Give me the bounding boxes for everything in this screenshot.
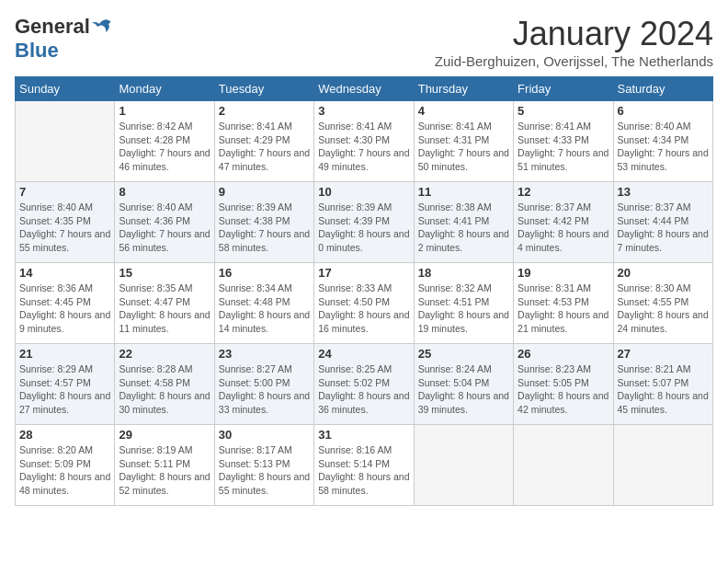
calendar-cell: 1Sunrise: 8:42 AMSunset: 4:28 PMDaylight…	[115, 101, 214, 182]
day-number: 2	[219, 104, 310, 118]
day-detail: Sunrise: 8:39 AMSunset: 4:39 PMDaylight:…	[318, 201, 409, 255]
day-number: 9	[219, 185, 310, 199]
calendar-cell: 31Sunrise: 8:16 AMSunset: 5:14 PMDayligh…	[314, 425, 414, 506]
calendar-cell: 18Sunrise: 8:32 AMSunset: 4:51 PMDayligh…	[414, 263, 513, 344]
calendar-cell: 20Sunrise: 8:30 AMSunset: 4:55 PMDayligh…	[613, 263, 712, 344]
day-detail: Sunrise: 8:34 AMSunset: 4:48 PMDaylight:…	[219, 282, 310, 336]
day-header-tuesday: Tuesday	[214, 77, 313, 101]
day-number: 4	[418, 104, 509, 118]
calendar-cell: 9Sunrise: 8:39 AMSunset: 4:38 PMDaylight…	[214, 182, 313, 263]
day-number: 5	[518, 104, 609, 118]
logo-general: General	[15, 15, 90, 39]
day-detail: Sunrise: 8:40 AMSunset: 4:36 PMDaylight:…	[119, 201, 210, 255]
day-number: 19	[518, 266, 609, 280]
day-number: 10	[318, 185, 409, 199]
calendar-week-row: 14Sunrise: 8:36 AMSunset: 4:45 PMDayligh…	[16, 263, 713, 344]
day-number: 13	[618, 185, 709, 199]
day-header-friday: Friday	[514, 77, 613, 101]
calendar-cell: 28Sunrise: 8:20 AMSunset: 5:09 PMDayligh…	[16, 425, 115, 506]
day-number: 23	[219, 347, 310, 361]
calendar-cell: 10Sunrise: 8:39 AMSunset: 4:39 PMDayligh…	[314, 182, 414, 263]
day-detail: Sunrise: 8:29 AMSunset: 4:57 PMDaylight:…	[19, 362, 110, 417]
day-number: 24	[318, 347, 409, 361]
day-number: 3	[318, 104, 409, 118]
day-number: 26	[518, 347, 609, 361]
day-detail: Sunrise: 8:37 AMSunset: 4:44 PMDaylight:…	[618, 201, 709, 255]
title-block: January 2024 Zuid-Berghuizen, Overijssel…	[435, 15, 713, 69]
day-number: 12	[518, 185, 609, 199]
day-header-wednesday: Wednesday	[314, 77, 414, 101]
day-header-sunday: Sunday	[16, 77, 115, 101]
calendar-cell: 30Sunrise: 8:17 AMSunset: 5:13 PMDayligh…	[214, 425, 313, 506]
calendar-cell: 29Sunrise: 8:19 AMSunset: 5:11 PMDayligh…	[115, 425, 214, 506]
calendar-cell	[414, 425, 513, 506]
day-detail: Sunrise: 8:25 AMSunset: 5:02 PMDaylight:…	[318, 362, 409, 417]
calendar-week-row: 7Sunrise: 8:40 AMSunset: 4:35 PMDaylight…	[16, 182, 713, 263]
calendar-cell: 3Sunrise: 8:41 AMSunset: 4:30 PMDaylight…	[314, 101, 414, 182]
calendar-cell: 26Sunrise: 8:23 AMSunset: 5:05 PMDayligh…	[514, 344, 613, 425]
calendar-cell: 4Sunrise: 8:41 AMSunset: 4:31 PMDaylight…	[414, 101, 513, 182]
calendar-cell	[514, 425, 613, 506]
calendar-week-row: 1Sunrise: 8:42 AMSunset: 4:28 PMDaylight…	[16, 101, 713, 182]
day-detail: Sunrise: 8:42 AMSunset: 4:28 PMDaylight:…	[119, 120, 210, 174]
day-number: 30	[219, 428, 310, 442]
day-detail: Sunrise: 8:27 AMSunset: 5:00 PMDaylight:…	[219, 362, 310, 417]
day-number: 25	[418, 347, 509, 361]
day-detail: Sunrise: 8:16 AMSunset: 5:14 PMDaylight:…	[318, 443, 409, 498]
calendar-cell: 17Sunrise: 8:33 AMSunset: 4:50 PMDayligh…	[314, 263, 414, 344]
day-detail: Sunrise: 8:31 AMSunset: 4:53 PMDaylight:…	[518, 282, 609, 336]
day-number: 16	[219, 266, 310, 280]
day-detail: Sunrise: 8:23 AMSunset: 5:05 PMDaylight:…	[518, 362, 609, 417]
calendar-table: SundayMondayTuesdayWednesdayThursdayFrid…	[15, 76, 713, 506]
day-detail: Sunrise: 8:33 AMSunset: 4:50 PMDaylight:…	[318, 282, 409, 336]
calendar-cell: 19Sunrise: 8:31 AMSunset: 4:53 PMDayligh…	[514, 263, 613, 344]
day-detail: Sunrise: 8:41 AMSunset: 4:30 PMDaylight:…	[318, 120, 409, 174]
day-detail: Sunrise: 8:41 AMSunset: 4:31 PMDaylight:…	[418, 120, 509, 174]
day-header-thursday: Thursday	[414, 77, 513, 101]
calendar-cell	[16, 101, 115, 182]
day-number: 7	[19, 185, 110, 199]
calendar-header-row: SundayMondayTuesdayWednesdayThursdayFrid…	[16, 77, 713, 101]
calendar-cell: 24Sunrise: 8:25 AMSunset: 5:02 PMDayligh…	[314, 344, 414, 425]
calendar-cell: 8Sunrise: 8:40 AMSunset: 4:36 PMDaylight…	[115, 182, 214, 263]
day-detail: Sunrise: 8:39 AMSunset: 4:38 PMDaylight:…	[219, 201, 310, 255]
day-number: 8	[119, 185, 210, 199]
day-detail: Sunrise: 8:21 AMSunset: 5:07 PMDaylight:…	[618, 362, 709, 417]
calendar-cell: 14Sunrise: 8:36 AMSunset: 4:45 PMDayligh…	[16, 263, 115, 344]
day-number: 11	[418, 185, 509, 199]
day-number: 20	[618, 266, 709, 280]
day-number: 15	[119, 266, 210, 280]
day-header-saturday: Saturday	[613, 77, 712, 101]
calendar-cell	[613, 425, 712, 506]
calendar-cell: 11Sunrise: 8:38 AMSunset: 4:41 PMDayligh…	[414, 182, 513, 263]
calendar-cell: 16Sunrise: 8:34 AMSunset: 4:48 PMDayligh…	[214, 263, 313, 344]
day-detail: Sunrise: 8:37 AMSunset: 4:42 PMDaylight:…	[518, 201, 609, 255]
logo-blue: Blue	[15, 39, 59, 63]
calendar-cell: 5Sunrise: 8:41 AMSunset: 4:33 PMDaylight…	[514, 101, 613, 182]
calendar-cell: 12Sunrise: 8:37 AMSunset: 4:42 PMDayligh…	[514, 182, 613, 263]
calendar-cell: 13Sunrise: 8:37 AMSunset: 4:44 PMDayligh…	[613, 182, 712, 263]
day-detail: Sunrise: 8:30 AMSunset: 4:55 PMDaylight:…	[618, 282, 709, 336]
calendar-week-row: 21Sunrise: 8:29 AMSunset: 4:57 PMDayligh…	[16, 344, 713, 425]
day-detail: Sunrise: 8:32 AMSunset: 4:51 PMDaylight:…	[418, 282, 509, 336]
day-detail: Sunrise: 8:36 AMSunset: 4:45 PMDaylight:…	[19, 282, 110, 336]
day-detail: Sunrise: 8:40 AMSunset: 4:34 PMDaylight:…	[618, 120, 709, 174]
day-detail: Sunrise: 8:41 AMSunset: 4:29 PMDaylight:…	[219, 120, 310, 174]
calendar-cell: 22Sunrise: 8:28 AMSunset: 4:58 PMDayligh…	[115, 344, 214, 425]
day-number: 6	[618, 104, 709, 118]
day-detail: Sunrise: 8:28 AMSunset: 4:58 PMDaylight:…	[119, 362, 210, 417]
day-detail: Sunrise: 8:41 AMSunset: 4:33 PMDaylight:…	[518, 120, 609, 174]
calendar-cell: 6Sunrise: 8:40 AMSunset: 4:34 PMDaylight…	[613, 101, 712, 182]
calendar-cell: 25Sunrise: 8:24 AMSunset: 5:04 PMDayligh…	[414, 344, 513, 425]
calendar-cell: 23Sunrise: 8:27 AMSunset: 5:00 PMDayligh…	[214, 344, 313, 425]
calendar-cell: 27Sunrise: 8:21 AMSunset: 5:07 PMDayligh…	[613, 344, 712, 425]
day-detail: Sunrise: 8:24 AMSunset: 5:04 PMDaylight:…	[418, 362, 509, 417]
day-detail: Sunrise: 8:40 AMSunset: 4:35 PMDaylight:…	[19, 201, 110, 255]
day-detail: Sunrise: 8:20 AMSunset: 5:09 PMDaylight:…	[19, 443, 110, 498]
day-number: 31	[318, 428, 409, 442]
day-detail: Sunrise: 8:17 AMSunset: 5:13 PMDaylight:…	[219, 443, 310, 498]
month-title: January 2024	[435, 15, 713, 53]
day-detail: Sunrise: 8:38 AMSunset: 4:41 PMDaylight:…	[418, 201, 509, 255]
day-detail: Sunrise: 8:35 AMSunset: 4:47 PMDaylight:…	[119, 282, 210, 336]
day-number: 1	[119, 104, 210, 118]
